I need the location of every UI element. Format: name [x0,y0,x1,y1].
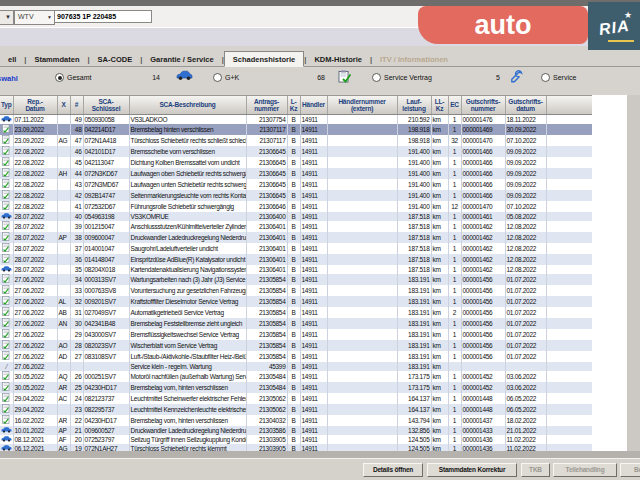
tab-garantie-service[interactable]: Garantie / Service [142,52,221,66]
column-header-#[interactable]: # [70,96,83,115]
cell: 10.01.2022 [13,426,57,435]
table-row[interactable]: 07.11.202249050930058VS3LADKOO21307754B1… [0,115,592,125]
column-header-gutschrifts-datum[interactable]: Gutschrifts- datum [505,96,546,115]
cell: 14911 [300,232,327,243]
table-row[interactable]: 23.09.202248042214D17Bremsbelag hinten v… [0,124,592,135]
details-öffnen-button[interactable]: Details öffnen [363,463,423,477]
car-icon [176,70,193,82]
table-row[interactable]: 28.07.202239001215047Anschlussstutzen/Kü… [0,221,592,232]
column-header-ll-kz[interactable]: LL- Kz [431,96,448,115]
tab-kdm-historie[interactable]: KDM-Historie [306,52,370,66]
table-row[interactable]: 27.06.2022AN30042341B48Bremsbelag Festst… [0,318,592,329]
cell: 000001462 [461,221,505,232]
table-row[interactable]: 29.04.2022AC24082123737Leuchtmittel Sche… [0,393,592,404]
column-header-sca-schlüssel[interactable]: SCA- Schlüssel [83,96,129,115]
cell: 164.137 [397,404,431,415]
table-row[interactable]: 28.07.202237014001047Saugrohr/Ladeluftve… [0,243,592,254]
beri-button[interactable]: Beri [620,463,640,477]
column-header-antrags-nummer[interactable]: Antrags- nummer [246,96,287,115]
table-row[interactable]: 28.07.202240054963198VS3KOMRUE21306400B1… [0,212,592,221]
column-header-sca-beschreibung[interactable]: SCA-Beschreibung [129,96,246,115]
cell: 21306645 [246,146,287,157]
table-row[interactable]: 27.06.202234000313SV7Wartungsarbeiten na… [0,274,592,285]
table-row[interactable]: 30.05.2022AR2504230HD17Bremsbelag vorn, … [0,382,592,393]
cell: Luft-/Staub-/Aktivkohle-/Staubfilter Hei… [129,351,246,362]
car-type-icon [0,435,13,444]
column-header-x[interactable]: X [57,96,70,115]
tab-sa-code[interactable]: SA-CODE [90,52,141,66]
table-row[interactable]: 27.06.2022AD27083108SV7Luft-/Staub-/Akti… [0,351,592,362]
table-row[interactable]: 28.07.202236014148047Einspritzdüse AdBlu… [0,254,592,265]
cell [327,318,397,329]
cell: 04230HD17 [83,382,129,393]
table-row[interactable]: 27.06.202229043000SV7Bremsflüssigkeitswe… [0,329,592,340]
table-row[interactable]: 22.08.2022AH44072N3KD67Laufwagen oben Sc… [0,168,592,179]
column-header-gutschrifts-nummer[interactable]: Gutschrifts- nummer [461,96,505,115]
table-row[interactable]: 16.02.2022AR2204230HD17Bremsbelag vorn, … [0,415,592,426]
cell: 072N3KD67 [83,168,129,179]
cell [327,254,397,265]
vehicle-type-combo[interactable]: WTV ▼ [14,10,55,25]
table-row[interactable]: 23.09.2022AG47072N1A418Türschloss Schieb… [0,135,592,146]
table-row[interactable]: 29.04.202223082295737Leuchtmittel Kennze… [0,404,592,415]
radio-service[interactable]: Service [541,73,576,82]
radio-circle[interactable] [372,73,381,82]
column-header-händlernummer-extern-[interactable]: Händlernummer (extern) [327,96,397,115]
column-header-rep-datum[interactable]: Rep.- Datum [13,96,57,115]
cell: 082295737 [83,404,129,415]
cell: B [287,404,300,415]
cell: Türschloss Schiebetür rechts schließt sc… [129,135,246,146]
table-row[interactable]: 27.06.2022AL32009201SV7Kraftstofffilter … [0,296,592,307]
cell: km [431,435,448,444]
teilehandling-button[interactable]: Teilehandling [553,463,617,477]
table-row[interactable]: 08.12.2021AF20072523797Seilzug Türgriff … [0,435,592,444]
table-row[interactable]: 22.08.202242092B14747Seitenmarkierungsle… [0,190,592,201]
cell: 34 [70,274,83,285]
column-header-lauf-leistung[interactable]: Lauf- leistung [397,96,431,115]
table-row[interactable]: /27.06.2022Service klein - regelm. Wartu… [0,362,592,371]
vin-input[interactable] [54,10,152,23]
table-row[interactable]: 22.08.202245042113047Dichtung Kolben Bre… [0,157,592,168]
cell: 38 [70,232,83,243]
table-row[interactable]: 27.06.2022AB31027049SV7Automatikgetriebe… [0,307,592,318]
column-header-händler[interactable]: Händler [300,96,327,115]
column-header-typ[interactable]: Typ [0,96,13,115]
radio-circle[interactable] [213,73,222,82]
cell: 01.07.2022 [505,274,546,285]
cell: 12.08.2022 [505,221,546,232]
radio-circle[interactable] [55,73,64,82]
stammdaten-korrektur-button[interactable]: Stammdaten Korrektur [427,463,517,477]
table-row[interactable]: 30.05.2022AQ26000251SV7Motoröl nachfülle… [0,371,592,382]
cell: 183.191 [397,296,431,307]
cell: 21303905 [246,435,287,444]
clipped-combo[interactable]: ▼ [0,10,14,25]
radio-circle[interactable] [541,73,550,82]
cell: 14911 [300,340,327,351]
table-row[interactable]: 28.07.20223508204X018Kartendatenaktualis… [0,265,592,274]
cell: 072532D67 [83,201,129,212]
table-row[interactable]: 22.08.202241072532D67Führungsrolle Schie… [0,201,592,212]
cell [327,146,397,157]
cell: 1 [448,254,461,265]
cell: 12 [448,201,461,212]
table-row[interactable]: 22.08.202246042101D17Bremsscheibe vorn v… [0,146,592,157]
table-row[interactable]: 28.07.2022AP38009600047Druckwandler Lade… [0,232,592,243]
tab-stammdaten[interactable]: Stammdaten [26,52,87,66]
column-header-ec[interactable]: EC [448,96,461,115]
tab-itv-informationen[interactable]: ITV / Informationen [372,52,456,66]
table-row[interactable]: 22.08.202243072N3MD67Laufwagen unten Sch… [0,179,592,190]
cell: 183.191 [397,274,431,285]
radio-g-k[interactable]: G+K [213,73,239,82]
cell [83,362,129,371]
column-header-empty[interactable] [546,96,592,115]
radio-gesamt[interactable]: Gesamt [55,73,92,82]
table-row[interactable]: 10.01.2022AP21009600527Druckwandler Lade… [0,426,592,435]
radio-service-vertrag[interactable]: Service Vertrag [372,73,432,82]
tab-schadenshistorie[interactable]: Schadenshistorie [224,51,305,67]
table-row[interactable]: 27.06.202233000763SV8Voruntersuchung zur… [0,285,592,296]
table-row[interactable]: 27.06.2022AO28082023SV7Wischerblatt vom … [0,340,592,351]
cell [327,115,397,125]
tab-ell[interactable]: ell [0,52,24,66]
column-header-l-kz[interactable]: L-Kz [287,96,300,115]
tkb-button[interactable]: TKB [521,463,550,477]
